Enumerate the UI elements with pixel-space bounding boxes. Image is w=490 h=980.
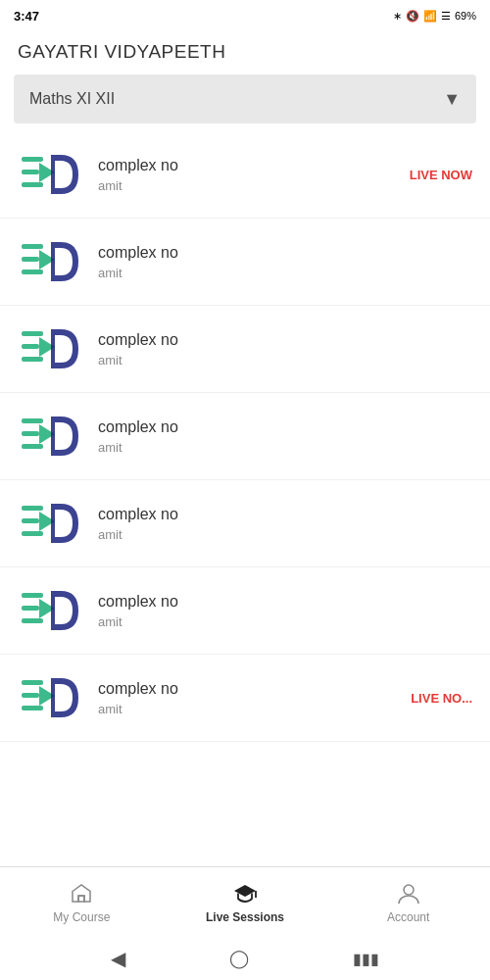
svg-rect-13 <box>22 431 39 436</box>
course-item-4[interactable]: complex no amit <box>0 393 490 480</box>
svg-rect-10 <box>22 357 43 362</box>
live-badge: LIVE NO... <box>411 691 472 706</box>
course-logo <box>18 668 84 727</box>
svg-rect-1 <box>22 170 39 174</box>
svg-rect-28 <box>78 896 84 902</box>
dropdown-label: Maths XI XII <box>29 90 115 108</box>
course-author: amit <box>98 440 472 455</box>
svg-rect-14 <box>22 444 43 449</box>
course-logo <box>18 319 84 378</box>
status-time: 3:47 <box>14 9 39 24</box>
course-author: amit <box>98 614 472 629</box>
svg-rect-6 <box>22 270 43 274</box>
account-icon <box>396 881 421 906</box>
bottom-nav: My Course Live Sessions Account <box>0 866 490 937</box>
status-bar: 3:47 ∗ 🔇 📶 ☰ 69% <box>0 0 490 31</box>
course-logo <box>18 494 84 553</box>
svg-rect-12 <box>22 418 43 423</box>
course-list: complex no amit LIVE NOW complex no amit <box>0 123 490 866</box>
course-name: complex no <box>98 244 472 262</box>
svg-rect-16 <box>22 506 43 511</box>
nav-label-live-sessions: Live Sessions <box>206 910 284 924</box>
volume-icon: 🔇 <box>406 10 419 23</box>
nav-label-my-course: My Course <box>53 910 110 924</box>
course-logo <box>18 232 84 291</box>
course-logo <box>18 407 84 466</box>
status-icons: ∗ 🔇 📶 ☰ 69% <box>393 10 476 23</box>
course-author: amit <box>98 266 472 280</box>
signal-icon: ☰ <box>441 10 451 23</box>
svg-rect-5 <box>22 257 39 262</box>
header: GAYATRI VIDYAPEETH <box>0 31 490 74</box>
svg-rect-22 <box>22 618 43 623</box>
course-name: complex no <box>98 331 472 349</box>
course-info: complex no amit <box>98 593 472 629</box>
back-button[interactable]: ◀ <box>111 947 125 970</box>
svg-rect-21 <box>22 606 39 611</box>
android-nav: ◀ ◯ ▮▮▮ <box>0 937 490 980</box>
course-item-7[interactable]: complex no amit LIVE NO... <box>0 655 490 742</box>
svg-rect-0 <box>22 157 43 162</box>
svg-rect-8 <box>22 331 43 336</box>
svg-point-31 <box>404 885 414 895</box>
home-button[interactable]: ◯ <box>229 948 249 969</box>
recents-button[interactable]: ▮▮▮ <box>353 950 379 968</box>
course-name: complex no <box>98 418 472 436</box>
nav-item-account[interactable]: Account <box>326 873 490 932</box>
course-name: complex no <box>98 506 472 523</box>
course-item-1[interactable]: complex no amit LIVE NOW <box>0 131 490 219</box>
course-name: complex no <box>98 593 472 611</box>
wifi-icon: 📶 <box>423 10 437 23</box>
home-icon <box>69 881 94 906</box>
svg-rect-18 <box>22 531 43 536</box>
svg-rect-25 <box>22 693 39 698</box>
svg-rect-17 <box>22 518 39 523</box>
course-logo <box>18 581 84 640</box>
course-info: complex no amit <box>98 506 472 542</box>
graduation-icon <box>232 881 258 906</box>
course-info: complex no amit <box>98 418 472 455</box>
course-item-2[interactable]: complex no amit <box>0 219 490 306</box>
course-info: complex no amit <box>98 331 472 368</box>
svg-rect-9 <box>22 344 39 349</box>
subject-dropdown[interactable]: Maths XI XII ▼ <box>14 74 476 123</box>
app-title: GAYATRI VIDYAPEETH <box>18 41 225 62</box>
course-item-6[interactable]: complex no amit <box>0 567 490 655</box>
course-logo <box>18 145 84 204</box>
svg-rect-4 <box>22 244 43 249</box>
course-item-5[interactable]: complex no amit <box>0 480 490 567</box>
svg-rect-24 <box>22 680 43 685</box>
course-author: amit <box>98 527 472 542</box>
course-author: amit <box>98 353 472 368</box>
nav-item-my-course[interactable]: My Course <box>0 873 164 932</box>
battery-text: 69% <box>455 10 476 22</box>
svg-rect-26 <box>22 706 43 710</box>
chevron-down-icon: ▼ <box>443 89 461 110</box>
nav-item-live-sessions[interactable]: Live Sessions <box>164 873 327 932</box>
bluetooth-icon: ∗ <box>393 10 402 23</box>
course-info: complex no amit <box>98 244 472 280</box>
nav-label-account: Account <box>387 910 429 924</box>
course-item-3[interactable]: complex no amit <box>0 306 490 393</box>
live-badge: LIVE NOW <box>410 168 472 182</box>
svg-rect-2 <box>22 182 43 187</box>
svg-rect-20 <box>22 593 43 598</box>
